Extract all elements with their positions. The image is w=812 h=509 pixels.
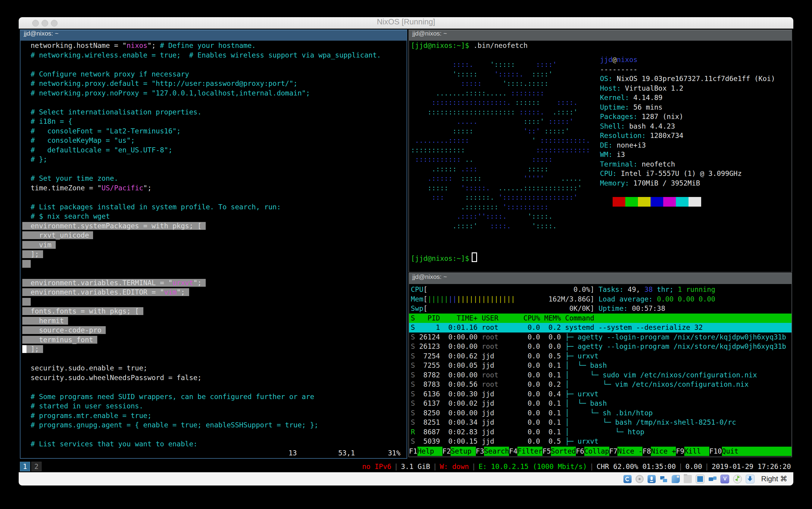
usb-icon[interactable] <box>672 475 680 483</box>
minimize-button[interactable] <box>41 20 48 27</box>
color-swatch <box>613 197 625 207</box>
process-row[interactable]: R86870:02.83jjd0.00.1│ └─ htop <box>411 428 791 437</box>
fkey-key[interactable]: F6 <box>576 447 584 456</box>
process-row[interactable]: S87830:00.56root0.00.2│ └─ vim /etc/nixo… <box>411 380 791 389</box>
fkey-label[interactable]: Nice - <box>617 447 642 456</box>
fkey-label[interactable]: Kill <box>684 447 709 456</box>
process-row[interactable]: S72550:00.05jjd0.00.1│ └─ bash <box>411 361 791 370</box>
neofetch-info-row: Kernel: 4.14.89 <box>600 93 775 103</box>
vim-scroll-percent: 31% <box>388 448 401 458</box>
status-separator: | <box>702 463 712 470</box>
vim-line: # Set your time zone. <box>22 174 407 183</box>
optical-disk-icon[interactable] <box>636 475 644 483</box>
color-swatch <box>638 197 650 207</box>
vim-line: security.sudo.wheelNeedsPassword = false… <box>22 373 407 383</box>
workspace-button-2[interactable]: 2 <box>31 462 41 471</box>
fkey-label[interactable]: Sorted <box>551 447 576 456</box>
workspace-button-1[interactable]: 1 <box>20 462 30 471</box>
vim-line <box>22 60 407 70</box>
fkey-key[interactable]: F2 <box>442 447 451 456</box>
keyboard-icon[interactable] <box>746 475 754 483</box>
fkey-key[interactable]: F5 <box>542 447 551 456</box>
vim-line: vim <box>22 240 407 250</box>
audio-icon[interactable] <box>648 475 656 483</box>
neofetch-info-row: DE: none+i3 <box>600 141 775 150</box>
vim-line <box>22 259 407 269</box>
fkey-key[interactable]: F7 <box>609 447 618 456</box>
neofetch-info-row: WM: i3 <box>600 150 775 160</box>
window-titlebar[interactable]: NixOS [Running] <box>19 17 793 29</box>
vim-line: networking.hostName = "nixos"; # Define … <box>22 41 407 50</box>
process-row[interactable]: S261240:00.00root0.00.0├─ agetty --login… <box>411 333 791 342</box>
vim-line: # networking.proxy.noProxy = "127.0.0.1,… <box>22 89 407 98</box>
neofetch-terminal-body[interactable]: [jjd@nixos:~]$ .bin/neofetch ::::. '::::… <box>408 41 792 273</box>
status-segment: no IPv6 <box>362 463 391 470</box>
neofetch-info-row: Shell: bash 4.4.23 <box>600 122 775 131</box>
process-row[interactable]: S61370:00.02jjd0.00.1│ └─ bash <box>411 399 791 408</box>
htop-main: CPU[ 0.0%] Tasks: 49, 38 thr; 1 runningM… <box>409 284 791 446</box>
vim-line: # i18n = { <box>22 117 407 127</box>
fkey-label[interactable]: Help <box>417 447 442 456</box>
process-row[interactable]: S61360:00.30jjd0.00.4├─ urxvt <box>411 389 791 399</box>
process-row[interactable]: S261230:00.00root0.00.0├─ agetty --login… <box>411 342 791 351</box>
host-key-label: Right ⌘ <box>761 475 793 483</box>
process-row[interactable]: S82510:00.34jjd0.00.1│ └─ bash /tmp/nix-… <box>411 418 791 428</box>
vim-terminal-titlebar[interactable]: jjd@nixos: ~ <box>20 30 407 41</box>
fkey-key[interactable]: F10 <box>709 447 722 456</box>
vim-line: # defaultLocale = "en_US.UTF-8"; <box>22 145 407 155</box>
htop-mem-meter: Mem[||||||||||||||||||||| 162M/3.86G] Lo… <box>411 295 791 304</box>
screen: { "window": { "title": "NixOS [Running]"… <box>0 0 812 509</box>
i3status: no IPv6|3.1 GiB|W: down|E: 10.0.2.15 (10… <box>362 463 793 470</box>
vim-line <box>22 164 407 174</box>
vim-line: environment.variables.TERMINAL = "urxvt"… <box>22 278 407 288</box>
fkey-label[interactable]: Setup <box>450 447 476 456</box>
mouse-integration-icon[interactable] <box>733 475 742 483</box>
window-title: NixOS [Running] <box>19 17 793 27</box>
vim-line: time.timeZone = "US/Pacific"; <box>22 183 407 193</box>
fkey-label[interactable]: Search <box>484 447 509 456</box>
vim-line: fonts.fonts = with pkgs; [ <box>22 307 407 316</box>
process-row[interactable]: S10:01.16root0.00.2systemd --system --de… <box>409 323 791 333</box>
shell-prompt-2: [jjd@nixos:~]$ <box>411 254 469 262</box>
fkey-key[interactable]: F4 <box>509 447 517 456</box>
zoom-button[interactable] <box>51 20 58 27</box>
vim-line: environment.variables.EDITOR = "vim"; <box>22 287 407 297</box>
vim-line: # started in user sessions. <box>22 402 407 411</box>
fkey-label[interactable]: Nice + <box>651 447 676 456</box>
vim-line <box>22 430 407 440</box>
vim-line: # List services that you want to enable: <box>22 439 407 449</box>
fkey-key[interactable]: F1 <box>409 447 417 456</box>
process-row[interactable]: S82500:00.00jjd0.00.1│ └─ sh .bin/htop <box>411 408 791 418</box>
htop-header-row[interactable]: SPIDTIME+USERCPU%MEM%Command <box>409 313 791 323</box>
network-icon[interactable] <box>659 475 668 483</box>
htop-cpu-meter: CPU[ 0.0%] Tasks: 49, 38 thr; 1 running <box>411 285 791 295</box>
process-row[interactable]: S50390:00.15jjd0.00.5├─ urxvt <box>411 437 791 446</box>
htop-terminal-body[interactable]: CPU[ 0.0%] Tasks: 49, 38 thr; 1 runningM… <box>408 284 792 457</box>
fkey-key[interactable]: F8 <box>642 447 651 456</box>
display-icon[interactable] <box>696 475 705 483</box>
color-swatch <box>625 197 638 207</box>
neofetch-user-host: jjd@nixos <box>600 55 775 65</box>
neofetch-user: jjd <box>600 56 613 64</box>
vim-line: # Select internationalisation properties… <box>22 107 407 117</box>
fkey-key[interactable]: F9 <box>676 447 684 456</box>
status-separator: | <box>676 463 685 470</box>
hard-disk-icon[interactable] <box>623 475 632 483</box>
fkey-key[interactable]: F3 <box>476 447 484 456</box>
fkey-label[interactable]: Filter <box>517 447 542 456</box>
neofetch-terminal-titlebar[interactable]: jjd@nixos: ~ <box>408 30 792 41</box>
nixos-ascii-logo: ::::. '::::: ::::' '::::: ':::::. ::::' … <box>411 60 590 231</box>
fkey-label[interactable]: Quit <box>722 447 791 456</box>
processor-icon[interactable] <box>720 475 729 483</box>
vim-terminal-body[interactable]: networking.hostName = "nixos"; # Define … <box>20 41 407 459</box>
process-row[interactable]: S72540:00.62jjd0.00.5├─ urxvt <box>411 351 791 361</box>
neofetch-info-row: OS: NixOS 19.03pre167327.11cf7d6e1ff (Ko… <box>600 74 775 84</box>
shared-folder-icon[interactable] <box>684 475 692 483</box>
vim-line: security.sudo.enable = true; <box>22 364 407 373</box>
close-button[interactable] <box>32 20 39 27</box>
fkey-label[interactable]: Collap <box>584 447 609 456</box>
video-capture-icon[interactable] <box>708 475 716 483</box>
process-row[interactable]: S87820:00.00root0.00.1│ └─ sudo vim /etc… <box>411 370 791 380</box>
vbox-statusbar: Right ⌘ <box>19 472 793 485</box>
htop-terminal-titlebar[interactable]: jjd@nixos: ~ <box>408 273 792 284</box>
